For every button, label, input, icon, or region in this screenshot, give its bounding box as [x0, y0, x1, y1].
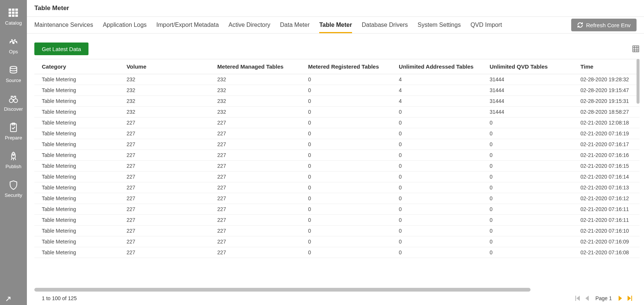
- cell-uat: 0: [391, 204, 482, 215]
- cell-category: Table Metering: [34, 182, 119, 193]
- column-header[interactable]: Metered Registered Tables: [301, 59, 391, 74]
- svg-rect-6: [9, 15, 11, 17]
- page-title: Table Meter: [34, 4, 69, 12]
- cell-mrt: 0: [301, 161, 391, 172]
- svg-rect-8: [15, 15, 18, 17]
- tab-import-export-metadata[interactable]: Import/Export Metadata: [156, 17, 219, 33]
- table-row[interactable]: Table Metering22722700002-21-2020 07:16:…: [34, 247, 640, 258]
- horizontal-scrollbar[interactable]: [34, 288, 531, 292]
- cell-uqt: 0: [482, 139, 573, 150]
- svg-point-14: [16, 41, 17, 42]
- next-page-button[interactable]: [619, 296, 622, 301]
- table-row[interactable]: Table Metering22722700002-21-2020 07:16:…: [34, 215, 640, 226]
- column-header[interactable]: Time: [573, 59, 640, 74]
- cell-mmt: 227: [210, 117, 301, 128]
- cell-uat: 0: [391, 172, 482, 182]
- get-latest-data-button[interactable]: Get Latest Data: [34, 43, 88, 55]
- prev-page-button[interactable]: [585, 296, 589, 301]
- table-row[interactable]: Table Metering22722700002-21-2020 12:08:…: [34, 117, 640, 128]
- cell-volume: 232: [119, 107, 210, 117]
- cell-category: Table Metering: [34, 247, 119, 258]
- cell-volume: 227: [119, 215, 210, 226]
- tab-application-logs[interactable]: Application Logs: [103, 17, 146, 33]
- column-header[interactable]: Category: [34, 59, 119, 74]
- sidebar-item-source[interactable]: Source: [0, 60, 27, 89]
- cell-uqt: 31444: [482, 85, 573, 96]
- columns-toggle-button[interactable]: [632, 45, 640, 53]
- cell-mrt: 0: [301, 236, 391, 247]
- table-row[interactable]: Table Metering232232043144402-28-2020 19…: [34, 85, 640, 96]
- table-row[interactable]: Table Metering22722700002-21-2020 07:16:…: [34, 139, 640, 150]
- cell-mmt: 232: [210, 107, 301, 117]
- cell-uqt: 0: [482, 150, 573, 161]
- refresh-label: Refresh Core Env: [586, 22, 631, 28]
- cell-mrt: 0: [301, 172, 391, 182]
- svg-point-17: [14, 99, 18, 103]
- cell-mmt: 232: [210, 96, 301, 107]
- sidebar-item-catalog[interactable]: Catalog: [0, 3, 27, 32]
- cell-uat: 0: [391, 161, 482, 172]
- cell-mmt: 227: [210, 128, 301, 139]
- svg-rect-27: [575, 296, 576, 301]
- table-row[interactable]: Table Metering22722700002-21-2020 07:16:…: [34, 172, 640, 182]
- cell-category: Table Metering: [34, 204, 119, 215]
- tab-qvd-import[interactable]: QVD Import: [470, 17, 502, 33]
- first-page-button[interactable]: [575, 296, 580, 301]
- table-row[interactable]: Table Metering232232003144402-28-2020 18…: [34, 107, 640, 117]
- tab-data-meter[interactable]: Data Meter: [280, 17, 309, 33]
- table-row[interactable]: Table Metering22722700002-21-2020 07:16:…: [34, 182, 640, 193]
- cell-uat: 0: [391, 139, 482, 150]
- svg-rect-4: [12, 12, 15, 14]
- cell-uat: 4: [391, 85, 482, 96]
- cell-uat: 0: [391, 215, 482, 226]
- cell-time: 02-21-2020 07:16:17: [573, 139, 640, 150]
- expand-sidebar-button[interactable]: [0, 293, 27, 305]
- sidebar-item-security[interactable]: Security: [0, 175, 27, 204]
- cell-category: Table Metering: [34, 226, 119, 236]
- table-row[interactable]: Table Metering22722700002-21-2020 07:16:…: [34, 236, 640, 247]
- cell-uat: 4: [391, 96, 482, 107]
- svg-point-21: [13, 154, 14, 155]
- tab-maintenance-services[interactable]: Maintenance Services: [34, 17, 93, 33]
- table-row[interactable]: Table Metering22722700002-21-2020 07:16:…: [34, 204, 640, 215]
- sidebar-item-prepare[interactable]: Prepare: [0, 118, 27, 147]
- svg-rect-0: [9, 9, 11, 11]
- column-header[interactable]: Metered Managed Tables: [210, 59, 301, 74]
- cell-volume: 227: [119, 182, 210, 193]
- sidebar-item-publish[interactable]: Publish: [0, 147, 27, 175]
- cell-mmt: 227: [210, 215, 301, 226]
- refresh-icon: [577, 22, 583, 28]
- column-header[interactable]: Volume: [119, 59, 210, 74]
- cell-time: 02-21-2020 07:16:19: [573, 128, 640, 139]
- cell-time: 02-21-2020 07:16:08: [573, 247, 640, 258]
- tab-system-settings[interactable]: System Settings: [418, 17, 461, 33]
- cell-volume: 227: [119, 139, 210, 150]
- refresh-core-env-button[interactable]: Refresh Core Env: [571, 19, 637, 31]
- cell-uat: 0: [391, 150, 482, 161]
- last-page-button[interactable]: [628, 296, 632, 301]
- cell-uqt: 31444: [482, 107, 573, 117]
- vertical-scrollbar[interactable]: [637, 59, 640, 104]
- tab-database-drivers[interactable]: Database Drivers: [362, 17, 408, 33]
- table-row[interactable]: Table Metering22722700002-21-2020 07:16:…: [34, 128, 640, 139]
- table-row[interactable]: Table Metering22722700002-21-2020 07:16:…: [34, 226, 640, 236]
- data-table: CategoryVolumeMetered Managed TablesMete…: [34, 59, 640, 258]
- table-row[interactable]: Table Metering22722700002-21-2020 07:16:…: [34, 150, 640, 161]
- cell-volume: 232: [119, 96, 210, 107]
- tab-active-directory[interactable]: Active Directory: [228, 17, 270, 33]
- tab-table-meter[interactable]: Table Meter: [319, 17, 352, 33]
- table-row[interactable]: Table Metering22722700002-21-2020 07:16:…: [34, 193, 640, 204]
- table-row[interactable]: Table Metering232232043144402-28-2020 19…: [34, 74, 640, 85]
- cell-category: Table Metering: [34, 74, 119, 85]
- table-row[interactable]: Table Metering22722700002-21-2020 07:16:…: [34, 161, 640, 172]
- sidebar-item-discover[interactable]: Discover: [0, 89, 27, 118]
- column-header[interactable]: Unlimited Addressed Tables: [391, 59, 482, 74]
- page-indicator: Page 1: [595, 295, 612, 301]
- cell-category: Table Metering: [34, 128, 119, 139]
- pager: Page 1: [575, 295, 632, 301]
- cell-mrt: 0: [301, 74, 391, 85]
- table-row[interactable]: Table Metering232232043144402-28-2020 19…: [34, 96, 640, 107]
- sidebar-item-ops[interactable]: Ops: [0, 32, 27, 60]
- column-header[interactable]: Unlimited QVD Tables: [482, 59, 573, 74]
- cell-time: 02-28-2020 19:15:31: [573, 96, 640, 107]
